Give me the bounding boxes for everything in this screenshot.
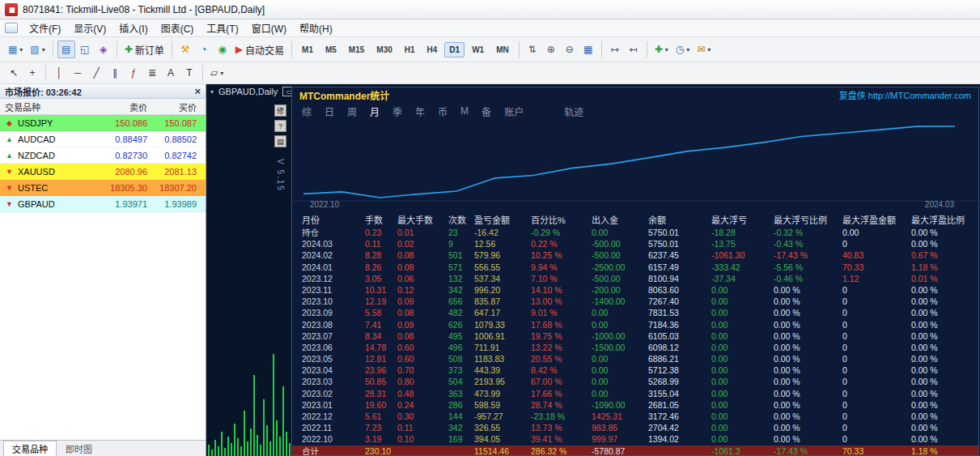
stats-cell: 2023.05 — [302, 353, 365, 364]
new-order-button[interactable]: ✚新订单 — [121, 40, 168, 58]
shapes-dropdown[interactable]: ▱▾ — [207, 64, 227, 82]
arrange-windows-icon[interactable]: ⇅ — [524, 40, 541, 58]
ea-side-button-2[interactable]: ? — [274, 120, 286, 132]
stats-cell: 28.31 — [365, 388, 397, 399]
stats-cell: 0.00 % — [774, 353, 842, 364]
market-watch-tab-inactive[interactable]: 即时图 — [57, 441, 101, 456]
market-watch-row-usdjpy[interactable]: ◆USDJPY150.086150.087 — [0, 115, 206, 131]
stats-cell: 11514.46 — [474, 445, 531, 455]
close-icon[interactable]: × — [194, 86, 201, 96]
stats-cell: 598.59 — [474, 399, 531, 411]
menu-item-文件f[interactable]: 文件(F) — [23, 22, 67, 36]
timeframe-button-h1[interactable]: H1 — [400, 42, 420, 58]
autotrading-button[interactable]: ▶自动交易 — [232, 40, 287, 58]
timeframe-button-h4[interactable]: H4 — [422, 42, 443, 58]
mtc-nav-周[interactable]: 周 — [347, 104, 357, 118]
mail-dropdown[interactable]: ✉▾ — [694, 40, 714, 58]
terminal-toggle[interactable]: ⚒ — [176, 40, 194, 58]
stats-cell: 626 — [448, 319, 474, 330]
timeframe-button-w1[interactable]: W1 — [467, 42, 489, 58]
label-icon: T — [186, 68, 192, 78]
menu-item-帮助h[interactable]: 帮助(H) — [293, 22, 339, 36]
stats-cell: 0.00 — [711, 388, 774, 399]
mtc-nav-币[interactable]: 币 — [438, 104, 448, 118]
zoom-out-button[interactable]: ⊖ — [561, 40, 579, 58]
stats-cell: 13.22 % — [531, 342, 592, 353]
toolbar-standard: ▦▾▧▾▤◱◈✚新订单⚒◔◉▶自动交易M1M5M15M30H1H4D1W1MN⇅… — [0, 37, 980, 62]
stats-cell: 0 — [842, 399, 911, 411]
navigator-toggle[interactable]: ◈ — [95, 40, 112, 58]
timeframe-button-m15[interactable]: M15 — [344, 42, 369, 58]
mtc-nav-年[interactable]: 年 — [415, 104, 425, 118]
mail-icon: ✉ — [697, 45, 705, 54]
cycle-lines-tool[interactable]: ≣ — [143, 64, 161, 82]
ea-side-button-1[interactable]: 修 — [274, 104, 286, 117]
new-chart-button[interactable]: ▦▾ — [5, 40, 26, 58]
market-watch-empty-area — [0, 212, 206, 440]
text-tool[interactable]: A — [162, 64, 180, 82]
fibonacci-tool[interactable]: ƒ — [125, 64, 142, 82]
ask-price: 1.93989 — [147, 199, 202, 209]
mtcommander-website-link[interactable]: 复盘侠 http://MTCommander.com — [839, 88, 971, 101]
stats-cell: 8.34 — [365, 330, 397, 342]
market-watch-row-audcad[interactable]: ▲AUDCAD0.884970.88502 — [0, 131, 206, 147]
periods-dropdown[interactable]: ◷▾ — [672, 40, 694, 58]
market-watch-row-nzdcad[interactable]: ▲NZDCAD0.827300.82742 — [0, 147, 206, 164]
stats-cell: 2024.01 — [302, 262, 365, 273]
stats-cell: 0.00 — [711, 319, 774, 330]
market-watch-row-xauusd[interactable]: ▼XAUUSD2080.962081.13 — [0, 164, 206, 180]
chart-window-tab[interactable]: ▾ GBPAUD,Daily ▭ — [210, 87, 296, 96]
menu-item-图表c[interactable]: 图表(C) — [155, 22, 201, 36]
timeframe-button-m1[interactable]: M1 — [297, 42, 318, 58]
stats-cell: 0.00 — [711, 433, 774, 445]
timeframe-button-mn[interactable]: MN — [491, 42, 514, 58]
mtc-nav-月[interactable]: 月 — [370, 104, 380, 118]
cursor-tool[interactable]: ↖ — [5, 64, 23, 82]
stats-cell: 7831.53 — [648, 307, 711, 318]
market-watch-row-gbpaud[interactable]: ▼GBPAUD1.939711.93989 — [0, 196, 206, 212]
data-window-toggle[interactable]: ◱ — [76, 40, 94, 58]
mtc-nav-M[interactable]: M — [460, 105, 469, 117]
profiles-button[interactable]: ▧▾ — [27, 40, 48, 58]
menu-item-窗口w[interactable]: 窗口(W) — [245, 22, 293, 36]
ea-side-button-3[interactable]: ▤ — [274, 135, 286, 147]
market-watch-panel: 市场报价: 03:26:42 × 交易品种卖价买价 ◆USDJPY150.086… — [0, 84, 206, 456]
channel-tool[interactable]: ∥ — [106, 64, 124, 82]
stats-cell: 合计 — [302, 445, 365, 455]
label-tool[interactable]: T — [180, 64, 198, 82]
stats-cell: -1000.00 — [592, 330, 648, 342]
strategy-tester-toggle[interactable]: ◔ — [195, 40, 213, 58]
market-watch-tab-active[interactable]: 交易品种 — [3, 441, 57, 456]
stats-cell: 0.00 % — [774, 364, 842, 376]
mtc-nav-综[interactable]: 综 — [302, 104, 312, 118]
zoom-in-button[interactable]: ⊕ — [542, 40, 560, 58]
timeframe-button-d1[interactable]: D1 — [444, 42, 465, 58]
timeframe-button-m30[interactable]: M30 — [371, 42, 397, 58]
menu-item-插入i[interactable]: 插入(I) — [112, 22, 154, 36]
market-watch-row-ustec[interactable]: ▼USTEC18305.3018307.20 — [0, 180, 206, 196]
mtc-nav-日[interactable]: 日 — [325, 104, 334, 118]
menu-item-显示v[interactable]: 显示(V) — [67, 22, 112, 36]
horizontal-line-tool[interactable]: ─ — [69, 64, 87, 82]
crosshair-tool[interactable]: + — [23, 64, 41, 82]
vertical-line-tool[interactable]: │ — [50, 64, 68, 82]
chart-shift-toggle[interactable]: ↤ — [625, 40, 643, 58]
tile-windows-button[interactable]: ▦ — [579, 40, 597, 58]
stats-cell: 2024.02 — [302, 249, 365, 261]
expert-advisors-icon: ◉ — [218, 45, 227, 54]
auto-scroll-toggle[interactable]: ↦ — [606, 40, 624, 58]
expert-advisors-icon[interactable]: ◉ — [214, 40, 231, 58]
market-watch-toggle[interactable]: ▤ — [57, 40, 75, 58]
volume-bars — [208, 339, 292, 456]
mtc-nav-轨迹[interactable]: 轨迹 — [564, 104, 583, 118]
mtc-nav-季[interactable]: 季 — [392, 104, 402, 118]
stats-row-2023.08: 2023.087.410.096261079.3317.68 %0.007184… — [292, 319, 978, 330]
timeframe-button-m5[interactable]: M5 — [320, 42, 342, 58]
stats-cell: 0.00 % — [911, 364, 978, 376]
trendline-tool[interactable]: ╱ — [87, 64, 105, 82]
indicators-dropdown[interactable]: ✚▾ — [651, 40, 672, 58]
mtc-nav-备[interactable]: 备 — [482, 104, 491, 118]
dropdown-caret-icon: ▾ — [42, 46, 45, 53]
menu-item-工具t[interactable]: 工具(T) — [200, 22, 244, 36]
mtc-nav-账户[interactable]: 账户 — [504, 104, 524, 118]
